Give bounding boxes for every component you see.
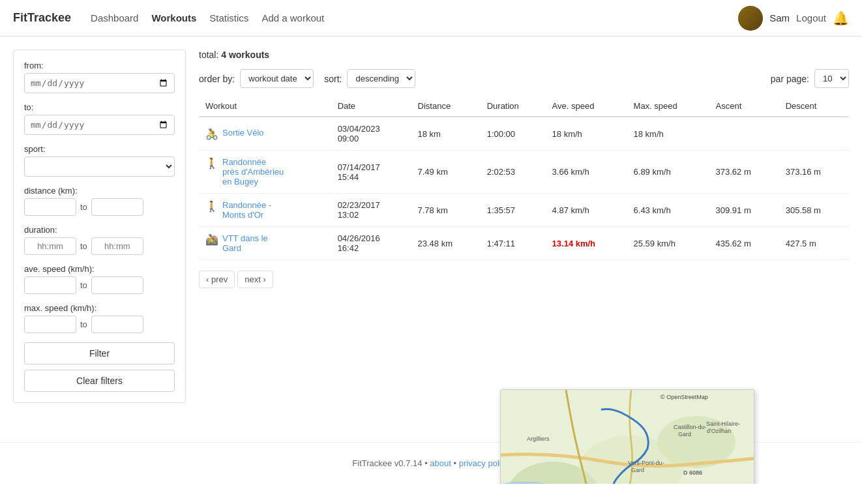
svg-text:Gard: Gard xyxy=(631,467,644,473)
ave-speed-from-input[interactable] xyxy=(24,276,76,294)
navbar: FitTrackee Dashboard Workouts Statistics… xyxy=(0,0,862,37)
distance-to-input[interactable] xyxy=(91,198,143,216)
max-speed-label: max. speed (km/h): xyxy=(24,303,175,313)
ave-speed-range: to xyxy=(24,276,175,294)
avatar[interactable] xyxy=(738,6,763,31)
workout-name-cell: 🚴 Sortie Vélo xyxy=(199,117,331,151)
duration-sep: to xyxy=(80,241,87,251)
clear-filters-button[interactable]: Clear filters xyxy=(24,370,175,392)
total-value: 4 workouts xyxy=(221,50,269,60)
brand-logo[interactable]: FitTrackee xyxy=(13,11,71,25)
footer-dot1: • xyxy=(424,458,428,468)
to-date-input[interactable] xyxy=(30,119,169,130)
ave-speed-to-input[interactable] xyxy=(91,276,143,294)
sport-select[interactable]: Cycling Hiking Running xyxy=(24,156,175,177)
svg-text:Argilliers: Argilliers xyxy=(527,436,550,442)
workout-name-cell: 🚶 Randonnéeprès d'Ambérieuen Bugey xyxy=(199,151,331,194)
workout-max-speed-2: 6.89 km/h xyxy=(627,151,709,194)
sort-select[interactable]: descending ascending xyxy=(347,69,415,88)
map-container: Argilliers Vers-Pont-du- Gard Castillon-… xyxy=(501,390,754,484)
col-ave-speed: Ave. speed xyxy=(546,96,627,117)
per-page-select[interactable]: 10 20 50 xyxy=(814,69,849,88)
nav-add-workout[interactable]: Add a workout xyxy=(261,12,324,23)
main-layout: from: to: sport: Cycling Hiking Running … xyxy=(0,37,862,416)
svg-text:D 6086: D 6086 xyxy=(683,469,702,476)
workout-ave-speed-2: 3.66 km/h xyxy=(546,151,627,194)
col-descent: Descent xyxy=(779,96,849,117)
controls-bar: order by: workout date date distance dur… xyxy=(199,69,849,88)
ave-speed-label: ave. speed (km/h): xyxy=(24,264,175,274)
per-page-label: par page: xyxy=(771,74,809,84)
workout-ascent-3: 309.91 m xyxy=(709,194,779,227)
nav-statistics[interactable]: Statistics xyxy=(209,12,248,23)
workout-ave-speed-3: 4.87 km/h xyxy=(546,194,627,227)
workout-max-speed-4: 25.59 km/h xyxy=(627,227,709,260)
workout-descent-2: 373.16 m xyxy=(779,151,849,194)
pagination: ‹ prev next › xyxy=(199,271,849,288)
table-header: Workout Date Distance Duration Ave. spee… xyxy=(199,96,849,117)
col-distance: Distance xyxy=(411,96,481,117)
distance-label: distance (km): xyxy=(24,186,175,196)
svg-text:Castillon-du-: Castillon-du- xyxy=(674,424,707,430)
from-date-input[interactable] xyxy=(30,78,169,89)
sport-cycling-icon: 🚴 xyxy=(205,128,218,140)
nav-workouts[interactable]: Workouts xyxy=(151,12,196,23)
workout-link-4[interactable]: VTT dans leGard xyxy=(222,233,268,253)
next-page-button[interactable]: next › xyxy=(237,271,273,288)
max-speed-to-input[interactable] xyxy=(91,316,143,333)
workout-max-speed-1: 18 km/h xyxy=(627,117,709,151)
workout-link-1[interactable]: Sortie Vélo xyxy=(222,128,264,138)
workouts-total: total: 4 workouts xyxy=(199,50,849,60)
distance-sep: to xyxy=(80,202,87,212)
content-wrapper: Workout Date Distance Duration Ave. spee… xyxy=(199,96,849,260)
workout-ave-speed-1: 18 km/h xyxy=(546,117,627,151)
col-duration: Duration xyxy=(481,96,546,117)
from-label: from: xyxy=(24,61,175,70)
max-speed-sep: to xyxy=(80,319,87,329)
col-date: Date xyxy=(331,96,411,117)
workouts-table: Workout Date Distance Duration Ave. spee… xyxy=(199,96,849,260)
max-speed-from-input[interactable] xyxy=(24,316,76,333)
to-section: to: xyxy=(24,102,175,135)
workout-link-3[interactable]: Randonnée -Monts d'Or xyxy=(222,200,271,220)
sport-hiking2-icon: 🚶 xyxy=(205,200,218,213)
workout-descent-3: 305.58 m xyxy=(779,194,849,227)
order-by-label: order by: xyxy=(199,74,235,84)
workout-duration-1: 1:00:00 xyxy=(481,117,546,151)
workout-ascent-4: 435.62 m xyxy=(709,227,779,260)
workout-ascent-2: 373.62 m xyxy=(709,151,779,194)
svg-text:Saint-Hilaire-: Saint-Hilaire- xyxy=(706,421,740,427)
distance-from-input[interactable] xyxy=(24,198,76,216)
col-ascent: Ascent xyxy=(709,96,779,117)
map-svg: Argilliers Vers-Pont-du- Gard Castillon-… xyxy=(501,390,754,484)
ave-speed-section: ave. speed (km/h): to xyxy=(24,264,175,294)
table-row: 🚵 VTT dans leGard 04/26/201616:42 23.48 … xyxy=(199,227,849,260)
total-label: total: xyxy=(199,50,218,60)
workout-max-speed-3: 6.43 km/h xyxy=(627,194,709,227)
svg-text:Gard: Gard xyxy=(678,431,691,437)
filter-button[interactable]: Filter xyxy=(24,342,175,364)
workout-date-4: 04/26/201616:42 xyxy=(331,227,411,260)
sport-hiking-icon: 🚶 xyxy=(205,157,218,170)
workout-duration-3: 1:35:57 xyxy=(481,194,546,227)
duration-label: duration: xyxy=(24,225,175,235)
nav-right: Sam Logout 🔔 xyxy=(738,6,849,31)
ave-speed-sep: to xyxy=(80,280,87,290)
table-row: 🚶 Randonnée -Monts d'Or 02/23/201713:02 … xyxy=(199,194,849,227)
duration-from-input[interactable] xyxy=(24,237,76,255)
logout-link[interactable]: Logout xyxy=(796,12,826,23)
nav-dashboard[interactable]: Dashboard xyxy=(91,12,138,23)
notifications-icon[interactable]: 🔔 xyxy=(833,10,849,26)
workout-link-2[interactable]: Randonnéeprès d'Ambérieuen Bugey xyxy=(222,157,284,186)
from-date-wrapper xyxy=(24,73,175,93)
table-body: 🚴 Sortie Vélo 03/04/202309:00 18 km 1:00… xyxy=(199,117,849,260)
workout-date-3: 02/23/201713:02 xyxy=(331,194,411,227)
duration-to-input[interactable] xyxy=(91,237,143,255)
footer-about-link[interactable]: about xyxy=(430,458,451,468)
prev-page-button[interactable]: ‹ prev xyxy=(199,271,235,288)
max-speed-range: to xyxy=(24,316,175,333)
footer-dot2: • xyxy=(453,458,456,468)
footer-brand: FitTrackee xyxy=(352,458,392,468)
order-by-select[interactable]: workout date date distance duration ave.… xyxy=(240,69,314,88)
workout-ave-speed-4: 13.14 km/h xyxy=(546,227,627,260)
